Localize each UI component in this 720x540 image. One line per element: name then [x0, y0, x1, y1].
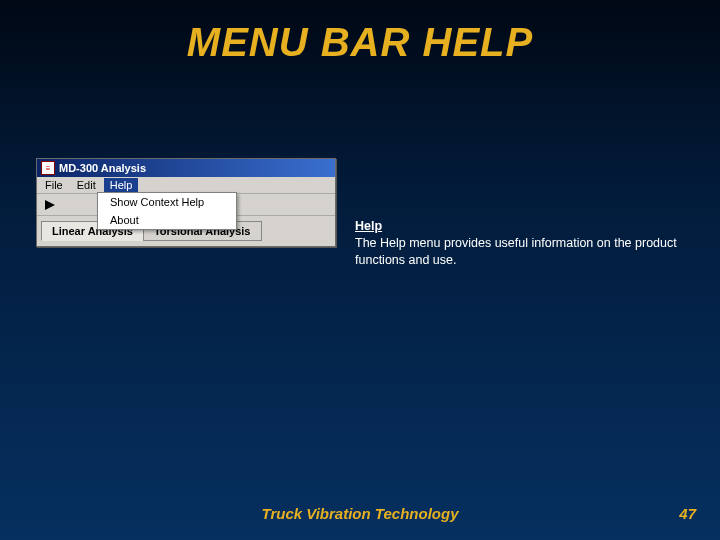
menu-edit[interactable]: Edit: [71, 178, 102, 192]
app-icon: ≡: [41, 161, 55, 175]
footer-text: Truck Vibration Technology: [0, 505, 720, 522]
window-title-text: MD-300 Analysis: [59, 162, 146, 174]
help-dropdown: Show Context Help About: [97, 192, 237, 230]
menu-file[interactable]: File: [39, 178, 69, 192]
menu-item-show-context-help[interactable]: Show Context Help: [98, 193, 236, 211]
app-window: ≡ MD-300 Analysis File Edit Help Show Co…: [36, 158, 336, 247]
menu-item-about[interactable]: About: [98, 211, 236, 229]
description-heading: Help: [355, 219, 382, 233]
description-block: Help The Help menu provides useful infor…: [355, 218, 685, 269]
toolbar: Show Context Help About: [37, 194, 335, 216]
window-titlebar: ≡ MD-300 Analysis: [37, 159, 335, 177]
slide-title: MENU BAR HELP: [0, 20, 720, 65]
description-body: The Help menu provides useful informatio…: [355, 236, 677, 267]
svg-marker-0: [45, 200, 55, 210]
page-number: 47: [679, 505, 696, 522]
menu-help[interactable]: Help: [104, 178, 139, 192]
run-arrow-icon[interactable]: [41, 196, 59, 214]
